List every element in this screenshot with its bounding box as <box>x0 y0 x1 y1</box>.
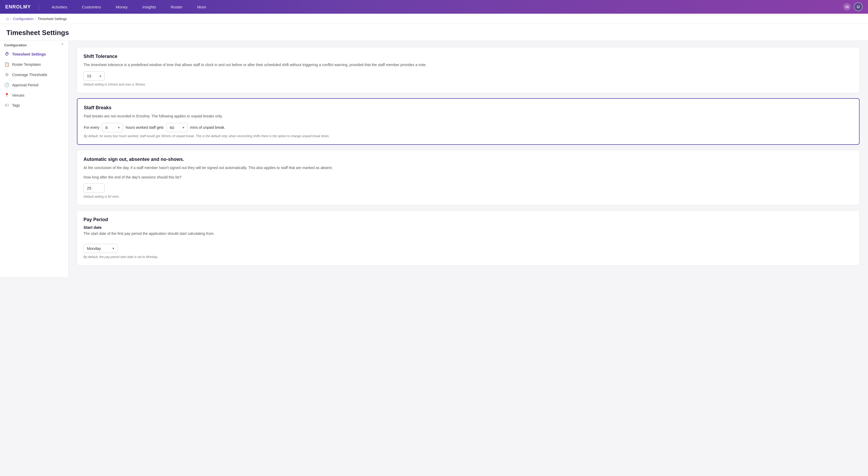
pay-period-select[interactable]: Monday Tuesday Wednesday Thursday Friday… <box>84 244 118 253</box>
sidebar-label-venues: Venues <box>12 93 25 97</box>
location-icon: 📍 <box>4 93 9 98</box>
nav-item-money[interactable]: Money <box>108 0 135 14</box>
mins-select-wrapper: 1520304560 <box>166 123 187 132</box>
auto-signout-title: Automatic sign out, absentee and no-show… <box>84 157 853 162</box>
staff-breaks-note: By default, for every four hours worked,… <box>84 134 853 138</box>
nav-item-more[interactable]: More <box>190 0 214 14</box>
staff-breaks-desc: Paid breaks are not recorded in Enrolmy.… <box>84 113 853 119</box>
pay-period-section: Pay Period Start date The start date of … <box>77 210 860 265</box>
tag-icon: 🏷 <box>4 103 9 108</box>
pay-period-select-wrapper: Monday Tuesday Wednesday Thursday Friday… <box>84 244 118 253</box>
for-every-label: For every <box>84 125 99 130</box>
sidebar-label-approval: Approval Period <box>12 83 38 87</box>
inbox-icon[interactable]: ✉ <box>843 3 850 10</box>
sidebar-section-header[interactable]: Configuration ⌃ <box>0 41 68 49</box>
auto-signout-input[interactable] <box>84 184 104 193</box>
main-content: Shift Tolerance The timesheet tolerance … <box>68 41 868 277</box>
navbar-divider <box>39 4 39 10</box>
shift-tolerance-desc: The timesheet tolerance is a predefined … <box>84 62 853 68</box>
breadcrumb-current: Timesheet Settings <box>38 17 67 21</box>
sidebar-label-roster-templates: Roster Templates <box>12 62 41 67</box>
sidebar-item-tags[interactable]: 🏷 Tags <box>0 100 68 110</box>
mins-select[interactable]: 1520304560 <box>166 123 187 132</box>
staff-breaks-title: Staff Breaks <box>84 105 853 110</box>
chevron-up-icon: ⌃ <box>61 43 64 47</box>
home-icon[interactable]: ⌂ <box>6 16 9 21</box>
breadcrumb-sep-1: › <box>10 17 11 21</box>
sidebar: Configuration ⌃ ⏱ Timesheet Settings 📋 R… <box>0 41 68 277</box>
sidebar-label-tags: Tags <box>12 103 20 107</box>
hours-select[interactable]: 1234 5678 <box>102 123 123 132</box>
auto-signout-desc2: How long after the end of the day's sess… <box>84 174 853 180</box>
logo[interactable]: ENROLMY <box>5 4 31 10</box>
shift-tolerance-select[interactable]: 5 10 15 20 25 30 <box>84 71 104 81</box>
hours-worked-label: hours worked staff gets <box>126 125 163 130</box>
navbar-right: ✉ U <box>843 2 863 11</box>
pay-period-start-date-desc: The start date of the first pay period t… <box>84 231 853 236</box>
staff-breaks-section: Staff Breaks Paid breaks are not recorde… <box>77 98 860 145</box>
mins-unpaid-label: mins of unpaid break. <box>190 125 225 130</box>
content-wrapper: Configuration ⌃ ⏱ Timesheet Settings 📋 R… <box>0 41 868 277</box>
shift-tolerance-select-wrapper: 5 10 15 20 25 30 <box>84 71 104 81</box>
sidebar-item-coverage-thresholds[interactable]: ⚙ Coverage Thresholds <box>0 69 68 80</box>
clock-icon: ⏱ <box>4 52 9 57</box>
sidebar-label-coverage: Coverage Thresholds <box>12 73 48 77</box>
template-icon: 📋 <box>4 62 9 67</box>
navbar-items: Activities Customers Money Insights Rost… <box>44 0 843 14</box>
auto-signout-note: Default setting is 60 mins. <box>84 195 853 198</box>
breadcrumb: ⌂ › Configuration › Timesheet Settings <box>0 14 868 24</box>
navbar: ENROLMY Activities Customers Money Insig… <box>0 0 868 14</box>
nav-item-insights[interactable]: Insights <box>135 0 163 14</box>
sidebar-item-approval-period[interactable]: 🕐 Approval Period <box>0 80 68 90</box>
nav-item-roster[interactable]: Roster <box>163 0 190 14</box>
pay-period-title: Pay Period <box>84 217 853 222</box>
nav-item-customers[interactable]: Customers <box>74 0 108 14</box>
page-header: Timesheet Settings <box>0 24 868 41</box>
sliders-icon: ⚙ <box>4 72 9 77</box>
auto-signout-desc1: At the conclusion of the day, if a staff… <box>84 165 853 170</box>
nav-item-activities[interactable]: Activities <box>44 0 74 14</box>
pay-period-start-date-label: Start date <box>84 225 853 229</box>
page-title: Timesheet Settings <box>6 29 862 37</box>
sidebar-item-roster-templates[interactable]: 📋 Roster Templates <box>0 59 68 69</box>
breadcrumb-configuration[interactable]: Configuration <box>13 17 33 21</box>
pay-period-note: By default, the pay period start date is… <box>84 255 853 259</box>
staff-breaks-row: For every 1234 5678 hours worked staff g… <box>84 123 853 132</box>
auto-signout-section: Automatic sign out, absentee and no-show… <box>77 150 860 205</box>
breadcrumb-sep-2: › <box>35 17 36 21</box>
shift-tolerance-note: Default setting is 10mins and max is 30m… <box>84 83 853 86</box>
sidebar-label-timesheet: Timesheet Settings <box>12 52 46 56</box>
shift-tolerance-section: Shift Tolerance The timesheet tolerance … <box>77 47 860 93</box>
shift-tolerance-title: Shift Tolerance <box>84 54 853 59</box>
sidebar-item-timesheet-settings[interactable]: ⏱ Timesheet Settings <box>0 49 68 59</box>
sidebar-item-venues[interactable]: 📍 Venues <box>0 90 68 100</box>
user-avatar[interactable]: U <box>854 2 863 11</box>
hours-select-wrapper: 1234 5678 <box>102 123 123 132</box>
sidebar-section-label: Configuration <box>4 43 27 47</box>
approval-icon: 🕐 <box>4 83 9 87</box>
